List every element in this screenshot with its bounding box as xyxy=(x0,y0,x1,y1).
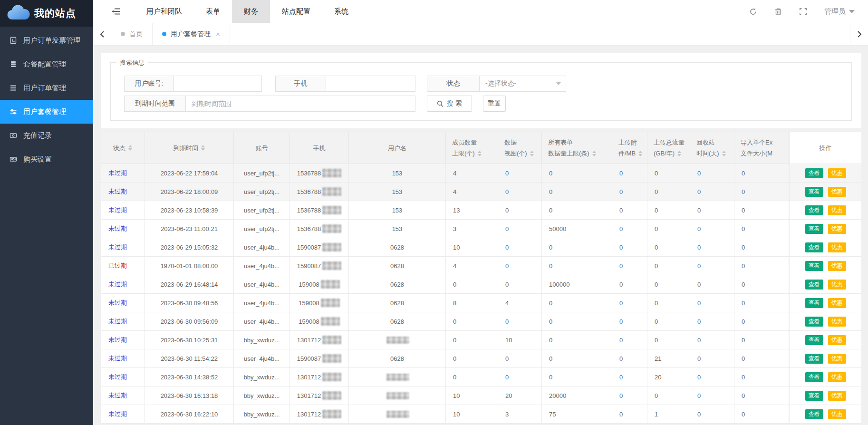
reset-button[interactable]: 重置 xyxy=(483,96,506,112)
sort-icon[interactable] xyxy=(592,151,596,156)
sidebar-toggle-icon[interactable] xyxy=(111,8,120,15)
import-size-cell: 0 xyxy=(734,312,789,330)
column-header-upload-traffic[interactable]: 上传总流量(GB/年) xyxy=(647,132,690,164)
member-limit-cell: 10 xyxy=(446,238,498,256)
phone-label: 手机 xyxy=(275,76,326,92)
sort-icon[interactable] xyxy=(478,151,482,156)
data-views-cell: 10 xyxy=(498,331,542,349)
upload-traffic-cell: 0 xyxy=(647,312,690,330)
phone-cell: 1301712 xyxy=(290,331,349,349)
view-button[interactable]: 查看 xyxy=(805,391,823,401)
discount-button[interactable]: 优惠 xyxy=(828,354,846,364)
status-select[interactable]: -选择状态- xyxy=(480,76,566,92)
nav-item-finance[interactable]: 财务 xyxy=(232,0,270,23)
refresh-icon[interactable] xyxy=(749,8,757,16)
view-button[interactable]: 查看 xyxy=(805,298,823,308)
column-header-label: 状态 xyxy=(113,143,125,154)
sort-icon[interactable] xyxy=(638,151,642,156)
close-icon[interactable]: × xyxy=(216,30,220,38)
discount-button[interactable]: 优惠 xyxy=(828,261,846,271)
view-button[interactable]: 查看 xyxy=(805,409,823,419)
sort-icon[interactable] xyxy=(722,151,726,156)
data-views-cell: 0 xyxy=(498,275,542,293)
discount-button[interactable]: 优惠 xyxy=(828,391,846,401)
sidebar-item-user-order-invoice[interactable]: 用户订单发票管理 xyxy=(0,29,93,52)
site-logo[interactable]: 我的站点 xyxy=(0,0,93,27)
view-button[interactable]: 查看 xyxy=(805,205,823,215)
account-input[interactable] xyxy=(174,76,262,92)
column-header-label: 件/MB xyxy=(618,148,636,159)
username-cell: 153 xyxy=(349,183,446,201)
tab-user-package-management[interactable]: 用户套餐管理 × xyxy=(153,23,230,45)
sort-icon[interactable] xyxy=(201,145,205,151)
nav-item-system[interactable]: 系统 xyxy=(322,0,360,23)
view-button[interactable]: 查看 xyxy=(805,280,823,290)
member-limit-cell: 0 xyxy=(446,368,498,386)
discount-button[interactable]: 优惠 xyxy=(828,317,846,327)
discount-button[interactable]: 优惠 xyxy=(828,280,846,290)
tab-home[interactable]: 首页 xyxy=(111,23,153,45)
column-header-status[interactable]: 状态 xyxy=(101,132,145,164)
tab-dot-icon xyxy=(162,32,166,36)
column-header-form-data-limit[interactable]: 所有表单数据量上限(条) xyxy=(542,132,612,164)
masked-phone xyxy=(322,410,341,418)
discount-button[interactable]: 优惠 xyxy=(828,409,846,419)
trash-icon[interactable] xyxy=(774,8,782,16)
nav-item-site-config[interactable]: 站点配置 xyxy=(270,0,322,23)
sidebar-item-purchase-settings[interactable]: 购买设置 xyxy=(0,147,93,171)
view-button[interactable]: 查看 xyxy=(805,317,823,327)
discount-button[interactable]: 优惠 xyxy=(828,168,846,178)
discount-button[interactable]: 优惠 xyxy=(828,335,846,345)
column-header-data-views[interactable]: 数据视图(个) xyxy=(498,132,542,164)
view-button[interactable]: 查看 xyxy=(805,187,823,197)
column-header-recycle-time[interactable]: 回收站时间(天) xyxy=(690,132,734,164)
discount-button[interactable]: 优惠 xyxy=(828,242,846,252)
date-range-input[interactable] xyxy=(186,96,415,112)
sidebar-item-user-packages[interactable]: 用户套餐管理 xyxy=(0,100,93,124)
actions-cell: 查看优惠 xyxy=(789,368,861,386)
search-button[interactable]: 搜 索 xyxy=(427,96,472,112)
member-limit-cell: 0 xyxy=(446,349,498,367)
discount-button[interactable]: 优惠 xyxy=(828,224,846,234)
view-button[interactable]: 查看 xyxy=(805,335,823,345)
status-cell: 未过期 xyxy=(101,294,145,312)
table-row: 未过期2023-06-30 10:25:31bby_xwduz...130171… xyxy=(101,331,861,349)
view-button[interactable]: 查看 xyxy=(805,261,823,271)
table-row: 已过期1970-01-01 08:00:00user_4ju4b...15900… xyxy=(101,257,861,275)
username-cell: 0628 xyxy=(349,312,446,330)
status-cell: 未过期 xyxy=(101,405,145,423)
view-button[interactable]: 查看 xyxy=(805,372,823,382)
masked-phone xyxy=(322,373,341,381)
sidebar-item-recharge-records[interactable]: 充值记录 xyxy=(0,124,93,147)
view-button[interactable]: 查看 xyxy=(805,242,823,252)
upload-attachment-cell: 0 xyxy=(612,257,647,275)
discount-button[interactable]: 优惠 xyxy=(828,187,846,197)
tabs-scroll-right-icon[interactable] xyxy=(850,23,868,45)
column-header-username: 用户名 xyxy=(349,132,446,164)
sort-icon[interactable] xyxy=(530,151,534,156)
sidebar-item-package-config[interactable]: 套餐配置管理 xyxy=(0,52,93,76)
sort-icon[interactable] xyxy=(677,151,681,156)
sort-icon[interactable] xyxy=(128,145,132,151)
discount-button[interactable]: 优惠 xyxy=(828,298,846,308)
column-header-member-limit[interactable]: 成员数量上限(个) xyxy=(446,132,498,164)
table-row: 未过期2023-06-22 17:59:04user_ufp2tj...1536… xyxy=(101,164,861,183)
discount-button[interactable]: 优惠 xyxy=(828,372,846,382)
phone-input[interactable] xyxy=(326,76,415,92)
view-button[interactable]: 查看 xyxy=(805,168,823,178)
tab-label: 首页 xyxy=(129,30,143,39)
fullscreen-icon[interactable] xyxy=(799,8,807,16)
view-button[interactable]: 查看 xyxy=(805,354,823,364)
nav-item-users-teams[interactable]: 用户和团队 xyxy=(135,0,194,23)
tabs-scroll-left-icon[interactable] xyxy=(93,23,111,45)
upload-attachment-cell: 0 xyxy=(612,238,647,256)
status-cell: 未过期 xyxy=(101,238,145,256)
discount-button[interactable]: 优惠 xyxy=(828,205,846,215)
sidebar-item-user-orders[interactable]: 用户订单管理 xyxy=(0,76,93,100)
admin-menu[interactable]: 管理员 xyxy=(824,7,855,16)
actions-cell: 查看优惠 xyxy=(789,220,861,238)
column-header-expire-time[interactable]: 到期时间 xyxy=(145,132,234,164)
nav-item-forms[interactable]: 表单 xyxy=(194,0,232,23)
column-header-upload-attachment[interactable]: 上传附件/MB xyxy=(612,132,647,164)
view-button[interactable]: 查看 xyxy=(805,224,823,234)
